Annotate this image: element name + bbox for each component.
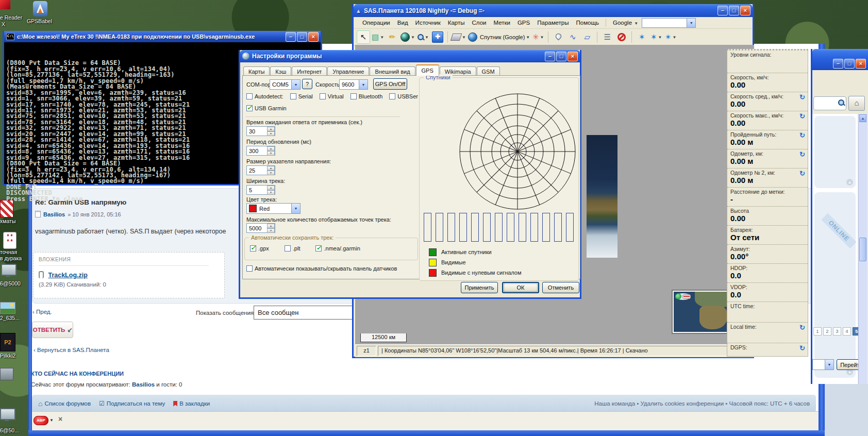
apply-button[interactable]: Применить <box>461 282 498 293</box>
spin-up-icon[interactable]: ▲ <box>267 224 275 228</box>
reply-button[interactable]: ОТВЕТИТЬ↙ <box>32 322 73 338</box>
scroll-up-icon[interactable]: ▲ <box>859 114 866 122</box>
menu-item[interactable]: Источник <box>412 18 444 27</box>
chess-label[interactable]: хматы <box>0 218 15 224</box>
scroll-top-icon[interactable]: ▲ <box>846 179 853 186</box>
menu-item[interactable]: Параметры <box>533 18 572 27</box>
close-button[interactable]: × <box>567 52 578 61</box>
connection-checkbox[interactable]: ✓USBSer <box>389 93 418 99</box>
maximize-button[interactable]: □ <box>297 32 307 42</box>
sasplanet-titlebar[interactable]: ▲ SAS.Планета 120108 Nightly -= Debug =-… <box>354 4 753 17</box>
speed-select[interactable]: 9600▼ <box>339 79 368 90</box>
connection-checkbox[interactable]: ✓Serial <box>290 93 313 99</box>
reset-icon[interactable]: ↻ <box>799 150 805 158</box>
close-button[interactable]: × <box>740 6 750 15</box>
tab[interactable]: Управление <box>327 66 369 76</box>
placemark-list-icon[interactable]: ☰ <box>600 30 614 44</box>
maximize-button[interactable]: □ <box>844 59 855 69</box>
cards-label2[interactable]: в дурака <box>0 255 22 261</box>
polygon-icon[interactable]: ▱ <box>580 30 594 44</box>
path-icon[interactable]: ∿ <box>566 30 579 44</box>
cards-label[interactable]: точная <box>0 249 17 255</box>
menu-item[interactable]: GPS <box>514 18 533 27</box>
spin-input[interactable]: 300 ▲▼ <box>246 146 275 156</box>
minimize-button[interactable]: – <box>833 59 843 69</box>
page-number[interactable]: 1 <box>813 327 822 336</box>
page-number[interactable]: 2 <box>823 327 831 336</box>
previous-link[interactable]: ‹ Пред. <box>32 309 52 315</box>
adblock-dropdown-icon[interactable]: ▼ <box>49 418 54 423</box>
secondary-window-titlebar[interactable]: – □ × <box>812 49 868 70</box>
statusbar-close-icon[interactable]: × <box>58 415 62 423</box>
back-to-forum-link[interactable]: ‹ Вернуться в SAS.Планета <box>34 347 109 353</box>
reset-icon[interactable]: ↻ <box>799 131 805 139</box>
fullscreen-icon[interactable]: ✚ <box>431 30 444 44</box>
gpsbabel-icon[interactable] <box>33 1 47 16</box>
pilkki2-label[interactable]: Pilkki2 <box>0 353 15 359</box>
minimize-button[interactable]: – <box>717 6 728 15</box>
tab[interactable]: GSM <box>477 66 500 76</box>
tab[interactable]: Карты <box>243 66 270 76</box>
reset-icon[interactable]: ↻ <box>799 344 805 352</box>
reset-icon[interactable]: ↻ <box>799 324 805 331</box>
spin-down-icon[interactable]: ▼ <box>267 228 275 233</box>
gpsbabel-label[interactable]: GPSBabel <box>27 18 52 24</box>
unknown-desktop-icon[interactable] <box>0 368 13 380</box>
tab[interactable]: Кэш <box>270 66 291 76</box>
menu-item[interactable]: Помощь <box>573 18 603 27</box>
scrollbar-thumb[interactable] <box>859 238 866 261</box>
spin-input[interactable]: 30 ▲▼ <box>246 126 275 136</box>
track-color-select[interactable]: Red ▼ <box>246 203 301 214</box>
cursor-tool-icon[interactable]: ↖ <box>357 30 370 44</box>
dialog-titlebar[interactable]: Настройки программы – □ × <box>240 50 580 62</box>
tab[interactable]: Интернет <box>292 66 327 76</box>
spin-down-icon[interactable]: ▼ <box>267 131 275 136</box>
spin-down-icon[interactable]: ▼ <box>267 190 275 195</box>
zoom-level[interactable]: z1 <box>357 346 376 356</box>
spin-input[interactable]: 5 ▲▼ <box>246 185 275 195</box>
ruler-tool-icon[interactable]: ✏ <box>386 30 399 44</box>
connection-checkbox[interactable]: ✓Virtual <box>320 93 344 99</box>
image-file-icon[interactable] <box>0 302 15 314</box>
save-format-checkbox[interactable]: ✓.nmea/.garmin <box>315 245 360 251</box>
save-format-checkbox[interactable]: ✓.gpx <box>250 245 269 251</box>
page-number[interactable]: 3 <box>833 327 841 336</box>
page-number[interactable]: 4 <box>843 327 851 336</box>
gps-options-icon[interactable]: ✴▼ <box>664 30 677 44</box>
close-button[interactable]: × <box>308 32 319 42</box>
console-titlebar[interactable]: C:\ c:\Мое железо\! My eTrex 30 !\NMEA-0… <box>4 31 321 42</box>
photos-layer-icon[interactable]: ✳▼ <box>531 30 545 44</box>
scrollbar[interactable]: ▲ <box>858 114 867 384</box>
connection-checkbox[interactable]: ✓Bluetooth <box>350 93 382 99</box>
auto-panel-checkbox[interactable]: ✓Автоматически показывать/скрывать панел… <box>246 265 397 272</box>
forum-index-link[interactable]: ⌂ Список форумов <box>38 399 91 408</box>
reset-icon[interactable]: ↻ <box>799 170 805 177</box>
who-user-link[interactable]: Basilios <box>132 381 155 388</box>
subscribe-link[interactable]: ☑ Подписаться на тему <box>99 400 165 407</box>
block-icon[interactable] <box>615 30 628 44</box>
search-input[interactable] <box>813 96 846 110</box>
gps-connect-icon[interactable]: ✶ <box>635 30 648 44</box>
gps-onoff-button[interactable]: GPS On/Off <box>373 78 407 90</box>
computer-label[interactable]: 6@5000 <box>0 280 21 287</box>
minimize-button[interactable]: – <box>286 32 296 42</box>
zoom-tool-icon[interactable]: ▼ <box>416 30 430 44</box>
menu-google[interactable]: Google ▼ <box>609 18 642 27</box>
menu-item[interactable]: Операции <box>359 18 394 27</box>
cancel-button[interactable]: Отменить <box>542 282 579 293</box>
save-format-checkbox[interactable]: ✓.plt <box>285 245 301 251</box>
adobe-reader-label[interactable]: e Reader <box>0 14 22 21</box>
adobe-reader-icon[interactable] <box>0 0 10 9</box>
pilkki2-icon[interactable]: P2 <box>0 333 15 351</box>
image-file-label[interactable]: 2_635... <box>0 315 20 321</box>
connection-checkbox[interactable]: ✓Autodetect: <box>246 93 283 99</box>
ok-button[interactable]: ОК <box>502 282 539 293</box>
spin-down-icon[interactable]: ▼ <box>267 151 275 156</box>
reset-icon[interactable]: ↻ <box>799 112 805 120</box>
spin-input[interactable]: 25 ▲▼ <box>246 165 275 175</box>
search-combobox[interactable]: ▼ <box>642 18 696 28</box>
adobe-reader-label2[interactable]: X <box>2 21 5 27</box>
globe-tool-icon[interactable]: ▼ <box>400 30 415 44</box>
post-author-link[interactable]: Basilios <box>43 211 65 217</box>
reset-icon[interactable]: ↻ <box>799 93 805 101</box>
